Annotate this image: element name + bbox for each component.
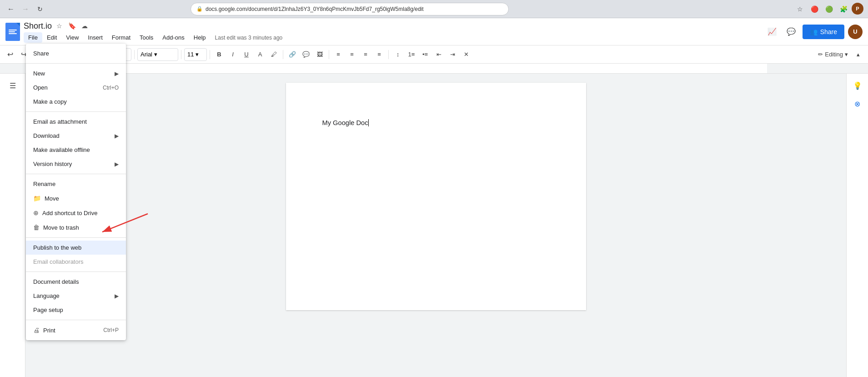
make-copy-label: Make a copy (33, 98, 67, 105)
menu-open[interactable]: Open Ctrl+O (26, 80, 126, 95)
page-setup-label: Page setup (33, 307, 63, 313)
shortcut-icon: ⊕ (33, 209, 39, 216)
menu-divider-1 (26, 63, 126, 64)
download-arrow: ▶ (115, 133, 119, 139)
email-collaborators-label: Email collaborators (33, 258, 84, 265)
move-icon: 📁 (33, 195, 41, 202)
dropdown-overlay (0, 0, 868, 377)
move-trash-label: Move to trash (43, 224, 79, 231)
menu-email-attachment[interactable]: Email as attachment (26, 115, 126, 129)
language-arrow: ▶ (115, 293, 119, 299)
move-label: Move (45, 195, 59, 202)
email-attachment-label: Email as attachment (33, 118, 87, 125)
language-label: Language (33, 292, 60, 299)
version-history-arrow: ▶ (115, 161, 119, 167)
menu-divider-6 (26, 320, 126, 320)
publish-web-label: Publish to the web (33, 244, 81, 251)
menu-move[interactable]: 📁 Move (26, 191, 126, 206)
rename-label: Rename (33, 181, 55, 187)
file-menu-dropdown: Share New ▶ Open Ctrl+O Make a copy Emai… (26, 44, 126, 340)
trash-icon: 🗑 (33, 224, 40, 231)
print-shortcut: Ctrl+P (103, 327, 119, 333)
add-shortcut-label: Add shortcut to Drive (42, 210, 97, 216)
menu-add-shortcut[interactable]: ⊕ Add shortcut to Drive (26, 206, 126, 220)
menu-print[interactable]: 🖨 Print Ctrl+P (26, 323, 126, 337)
menu-share[interactable]: Share (26, 46, 126, 60)
menu-version-history[interactable]: Version history ▶ (26, 157, 126, 171)
download-label: Download (33, 132, 60, 139)
new-arrow: ▶ (115, 70, 119, 77)
new-label: New (33, 70, 45, 77)
menu-make-offline[interactable]: Make available offline (26, 143, 126, 157)
menu-download[interactable]: Download ▶ (26, 129, 126, 143)
menu-new[interactable]: New ▶ (26, 66, 126, 80)
doc-details-label: Document details (33, 278, 79, 285)
menu-divider-4 (26, 237, 126, 238)
menu-doc-details[interactable]: Document details (26, 275, 126, 289)
menu-page-setup[interactable]: Page setup (26, 303, 126, 317)
print-icon: 🖨 (33, 327, 40, 334)
menu-divider-3 (26, 174, 126, 174)
open-shortcut: Ctrl+O (103, 85, 119, 91)
open-label: Open (33, 84, 48, 91)
menu-divider-2 (26, 111, 126, 112)
menu-publish-web[interactable]: Publish to the web (26, 241, 126, 255)
version-history-label: Version history (33, 161, 72, 167)
share-menu-label: Share (33, 50, 49, 57)
menu-divider-5 (26, 271, 126, 272)
print-label: Print (43, 327, 55, 334)
menu-move-trash[interactable]: 🗑 Move to trash (26, 220, 126, 235)
menu-language[interactable]: Language ▶ (26, 289, 126, 303)
menu-make-copy[interactable]: Make a copy (26, 95, 126, 109)
make-offline-label: Make available offline (33, 146, 90, 153)
menu-rename[interactable]: Rename (26, 177, 126, 191)
menu-email-collaborators: Email collaborators (26, 255, 126, 269)
